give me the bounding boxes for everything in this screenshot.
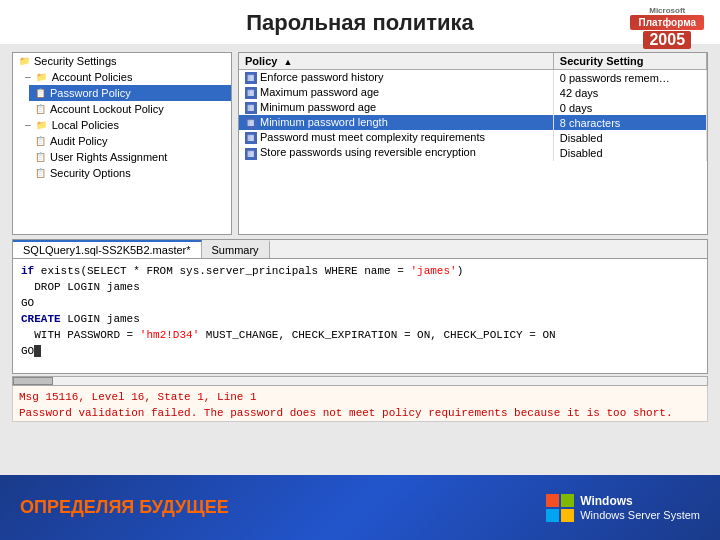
tree-root[interactable]: 📁 Security Settings [13, 53, 231, 69]
policy-name: ▦Minimum password length [239, 115, 553, 130]
table-row[interactable]: ▦Maximum password age 42 days [239, 85, 707, 100]
server-system-label: Windows Server System [580, 508, 700, 522]
table-row[interactable]: ▦Minimum password age 0 days [239, 100, 707, 115]
tree-user-rights-label: User Rights Assignment [50, 151, 167, 163]
table-row[interactable]: ▦Enforce password history 0 passwords re… [239, 70, 707, 86]
tree-root-label: Security Settings [34, 55, 117, 67]
sql-line-3: GO [21, 295, 699, 311]
sql-tab-query[interactable]: SQLQuery1.sql-SS2K5B2.master* [13, 240, 202, 258]
sort-icon: ▲ [283, 57, 292, 67]
sql-tab-summary[interactable]: Summary [202, 240, 270, 258]
policy-setting: Disabled [553, 130, 706, 145]
tree-account-lockout-label: Account Lockout Policy [50, 103, 164, 115]
sql-line-6: GO [21, 343, 699, 359]
tree-account-lockout[interactable]: 📋 Account Lockout Policy [29, 101, 231, 117]
policy-row-icon: ▦ [245, 87, 257, 99]
page-title: Парольная политика [246, 10, 474, 35]
policy-name: ▦Maximum password age [239, 85, 553, 100]
ms-label: Microsoft [649, 6, 685, 15]
policy-setting: 0 days [553, 100, 706, 115]
policy-icon: 📋 [33, 134, 47, 148]
tree-audit-policy[interactable]: 📋 Audit Policy [29, 133, 231, 149]
footer: ОПРЕДЕЛЯЯ БУДУЩЕЕ Windows Windows Server… [0, 475, 720, 540]
minus-icon: ─ [25, 73, 31, 82]
sql-editor-area: SQLQuery1.sql-SS2K5B2.master* Summary if… [12, 239, 708, 374]
tree-security-options-label: Security Options [50, 167, 131, 179]
error-line-2: Password validation failed. The password… [19, 405, 701, 421]
table-row[interactable]: ▦Store passwords using reversible encryp… [239, 145, 707, 160]
tree-password-policy-label: Password Policy [50, 87, 131, 99]
policy-name: ▦Minimum password age [239, 100, 553, 115]
policy-setting: 42 days [553, 85, 706, 100]
sql-line-5: WITH PASSWORD = 'hm2!D34' MUST_CHANGE, C… [21, 327, 699, 343]
tree-audit-policy-label: Audit Policy [50, 135, 107, 147]
policy-setting: Disabled [553, 145, 706, 160]
tree-user-rights[interactable]: 📋 User Rights Assignment [29, 149, 231, 165]
policy-icon: 📋 [33, 102, 47, 116]
policy-name: ▦Password must meet complexity requireme… [239, 130, 553, 145]
error-panel: Msg 15116, Level 16, State 1, Line 1 Pas… [12, 386, 708, 422]
policy-name: ▦Store passwords using reversible encryp… [239, 145, 553, 160]
folder-icon: 📁 [35, 70, 49, 84]
svg-rect-1 [561, 494, 574, 507]
tab-query-label: SQLQuery1.sql-SS2K5B2.master* [23, 244, 191, 256]
sql-line-2: DROP LOGIN james [21, 279, 699, 295]
sql-tab-bar: SQLQuery1.sql-SS2K5B2.master* Summary [13, 240, 707, 259]
col-setting: Security Setting [553, 53, 706, 70]
page-header: Парольная политика Microsoft Платформа 2… [0, 0, 720, 44]
sql-line-1: if exists(SELECT * FROM sys.server_princ… [21, 263, 699, 279]
policy-row-icon: ▦ [245, 72, 257, 84]
policy-icon: 📋 [33, 150, 47, 164]
windows-server-label: Windows Windows Server System [580, 494, 700, 522]
windows-label: Windows [580, 494, 700, 508]
footer-text: ОПРЕДЕЛЯЯ БУДУЩЕЕ [20, 497, 229, 518]
svg-rect-2 [546, 509, 559, 522]
sql-editor[interactable]: if exists(SELECT * FROM sys.server_princ… [13, 259, 707, 369]
policy-setting: 0 passwords remem… [553, 70, 706, 86]
tree-local-policies-label: Local Policies [52, 119, 119, 131]
svg-rect-3 [561, 509, 574, 522]
tree-account-policies-label: Account Policies [52, 71, 133, 83]
policy-table: Policy ▲ Security Setting ▦Enforce passw… [239, 53, 707, 161]
table-row[interactable]: ▦Password must meet complexity requireme… [239, 130, 707, 145]
policy-row-icon: ▦ [245, 102, 257, 114]
error-line-1: Msg 15116, Level 16, State 1, Line 1 [19, 389, 701, 405]
policy-row-icon: ▦ [245, 117, 257, 129]
policy-icon: 📋 [33, 166, 47, 180]
col-policy: Policy ▲ [239, 53, 553, 70]
year-label: 2005 [643, 31, 691, 49]
platforma-logo: Microsoft Платформа 2005 [630, 6, 704, 49]
folder-icon: 📁 [17, 54, 31, 68]
scrollbar-thumb[interactable] [13, 377, 53, 385]
policy-setting: 8 characters [553, 115, 706, 130]
policy-panel: Policy ▲ Security Setting ▦Enforce passw… [238, 52, 708, 235]
main-content: 📁 Security Settings ─ 📁 Account Policies… [0, 44, 720, 239]
folder-icon: 📁 [35, 118, 49, 132]
policy-row-icon: ▦ [245, 132, 257, 144]
svg-rect-0 [546, 494, 559, 507]
policy-icon: 📋 [33, 86, 47, 100]
tree-local-policies[interactable]: ─ 📁 Local Policies [21, 117, 231, 133]
policy-name: ▦Enforce password history [239, 70, 553, 86]
policy-row-icon: ▦ [245, 148, 257, 160]
tab-summary-label: Summary [212, 244, 259, 256]
security-tree: 📁 Security Settings ─ 📁 Account Policies… [12, 52, 232, 235]
minus-icon: ─ [25, 121, 31, 130]
horizontal-scrollbar[interactable] [12, 376, 708, 386]
windows-flag-icon [546, 494, 574, 522]
platforma-label: Платформа [630, 15, 704, 30]
table-row-selected[interactable]: ▦Minimum password length 8 characters [239, 115, 707, 130]
tree-security-options[interactable]: 📋 Security Options [29, 165, 231, 181]
sql-line-4: CREATE LOGIN james [21, 311, 699, 327]
tree-account-policies[interactable]: ─ 📁 Account Policies [21, 69, 231, 85]
tree-password-policy[interactable]: 📋 Password Policy [29, 85, 231, 101]
footer-logo: Windows Windows Server System [546, 494, 700, 522]
